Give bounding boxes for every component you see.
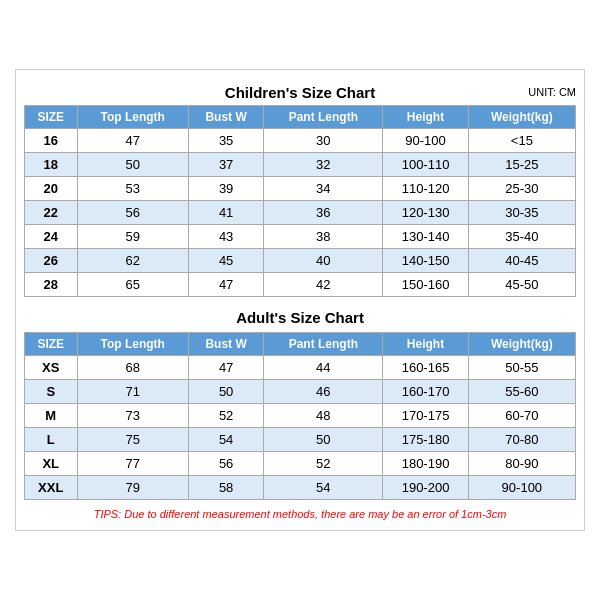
table-row: 28654742150-16045-50 <box>25 273 576 297</box>
table-cell: 52 <box>188 404 263 428</box>
table-cell: 45-50 <box>468 273 575 297</box>
table-cell: 50 <box>188 380 263 404</box>
children-title-text: Children's Size Chart <box>225 84 375 101</box>
adult-col-weight: Weight(kg) <box>468 333 575 356</box>
table-cell: 62 <box>77 249 188 273</box>
table-cell: 47 <box>77 129 188 153</box>
table-cell: 175-180 <box>383 428 468 452</box>
table-cell: 90-100 <box>383 129 468 153</box>
table-cell: 90-100 <box>468 476 575 500</box>
adult-col-size: SIZE <box>25 333 78 356</box>
table-cell: 100-110 <box>383 153 468 177</box>
table-cell: M <box>25 404 78 428</box>
table-cell: XL <box>25 452 78 476</box>
table-cell: 110-120 <box>383 177 468 201</box>
children-col-pant-length: Pant Length <box>264 106 383 129</box>
table-cell: 16 <box>25 129 78 153</box>
table-cell: 25-30 <box>468 177 575 201</box>
children-col-top-length: Top Length <box>77 106 188 129</box>
table-cell: 140-150 <box>383 249 468 273</box>
table-cell: 59 <box>77 225 188 249</box>
table-row: 18503732100-11015-25 <box>25 153 576 177</box>
table-cell: 77 <box>77 452 188 476</box>
table-row: 20533934110-12025-30 <box>25 177 576 201</box>
table-cell: 47 <box>188 273 263 297</box>
adult-title-text: Adult's Size Chart <box>236 309 364 326</box>
table-cell: 65 <box>77 273 188 297</box>
table-cell: 54 <box>264 476 383 500</box>
table-cell: 60-70 <box>468 404 575 428</box>
table-cell: <15 <box>468 129 575 153</box>
table-cell: 73 <box>77 404 188 428</box>
table-cell: 56 <box>188 452 263 476</box>
adult-col-bust-w: Bust W <box>188 333 263 356</box>
children-header-row: SIZE Top Length Bust W Pant Length Heigh… <box>25 106 576 129</box>
table-cell: 34 <box>264 177 383 201</box>
table-cell: 32 <box>264 153 383 177</box>
table-cell: 79 <box>77 476 188 500</box>
table-cell: 54 <box>188 428 263 452</box>
adult-col-top-length: Top Length <box>77 333 188 356</box>
table-cell: 55-60 <box>468 380 575 404</box>
table-cell: 37 <box>188 153 263 177</box>
table-row: 24594338130-14035-40 <box>25 225 576 249</box>
adult-table: SIZE Top Length Bust W Pant Length Heigh… <box>24 332 576 500</box>
table-cell: 28 <box>25 273 78 297</box>
children-col-size: SIZE <box>25 106 78 129</box>
table-cell: 38 <box>264 225 383 249</box>
table-cell: 170-175 <box>383 404 468 428</box>
table-cell: 130-140 <box>383 225 468 249</box>
table-cell: 22 <box>25 201 78 225</box>
children-col-bust-w: Bust W <box>188 106 263 129</box>
table-cell: 50-55 <box>468 356 575 380</box>
table-cell: 40-45 <box>468 249 575 273</box>
size-chart-container: Children's Size Chart UNIT: CM SIZE Top … <box>15 69 585 531</box>
table-cell: 75 <box>77 428 188 452</box>
table-cell: L <box>25 428 78 452</box>
table-cell: 42 <box>264 273 383 297</box>
table-cell: 36 <box>264 201 383 225</box>
table-cell: XXL <box>25 476 78 500</box>
table-cell: 190-200 <box>383 476 468 500</box>
table-cell: 40 <box>264 249 383 273</box>
table-cell: 30-35 <box>468 201 575 225</box>
table-cell: 71 <box>77 380 188 404</box>
children-col-weight: Weight(kg) <box>468 106 575 129</box>
table-row: XXL795854190-20090-100 <box>25 476 576 500</box>
tips-text: TIPS: Due to different measurement metho… <box>24 504 576 522</box>
table-cell: 45 <box>188 249 263 273</box>
table-cell: 41 <box>188 201 263 225</box>
table-cell: 18 <box>25 153 78 177</box>
table-row: M735248170-17560-70 <box>25 404 576 428</box>
table-cell: 180-190 <box>383 452 468 476</box>
table-cell: 46 <box>264 380 383 404</box>
table-cell: 120-130 <box>383 201 468 225</box>
adult-col-pant-length: Pant Length <box>264 333 383 356</box>
table-cell: 26 <box>25 249 78 273</box>
table-row: XL775652180-19080-90 <box>25 452 576 476</box>
table-row: 1647353090-100<15 <box>25 129 576 153</box>
adult-title: Adult's Size Chart <box>24 303 576 330</box>
table-cell: 39 <box>188 177 263 201</box>
table-cell: 80-90 <box>468 452 575 476</box>
table-cell: 70-80 <box>468 428 575 452</box>
table-cell: 160-170 <box>383 380 468 404</box>
table-cell: 50 <box>77 153 188 177</box>
table-row: 22564136120-13030-35 <box>25 201 576 225</box>
table-cell: 20 <box>25 177 78 201</box>
table-cell: 56 <box>77 201 188 225</box>
table-cell: 35 <box>188 129 263 153</box>
adult-header-row: SIZE Top Length Bust W Pant Length Heigh… <box>25 333 576 356</box>
table-cell: 47 <box>188 356 263 380</box>
table-cell: 150-160 <box>383 273 468 297</box>
table-cell: 15-25 <box>468 153 575 177</box>
table-row: 26624540140-15040-45 <box>25 249 576 273</box>
table-row: L755450175-18070-80 <box>25 428 576 452</box>
table-cell: 53 <box>77 177 188 201</box>
children-col-height: Height <box>383 106 468 129</box>
unit-label: UNIT: CM <box>528 86 576 98</box>
table-cell: 24 <box>25 225 78 249</box>
adult-col-height: Height <box>383 333 468 356</box>
table-row: S715046160-17055-60 <box>25 380 576 404</box>
table-cell: 35-40 <box>468 225 575 249</box>
